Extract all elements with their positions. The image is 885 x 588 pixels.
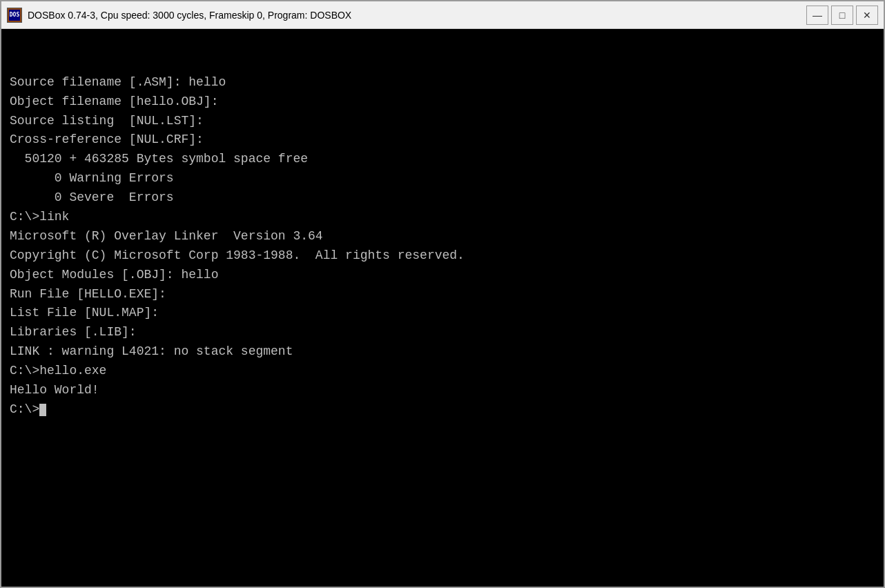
terminal-line: LINK : warning L4021: no stack segment: [10, 342, 875, 362]
terminal-line: Copyright (C) Microsoft Corp 1983-1988. …: [10, 246, 875, 266]
title-bar: DOS DOSBox 0.74-3, Cpu speed: 3000 cycle…: [1, 1, 884, 29]
terminal-content: Source filename [.ASM]: helloObject file…: [10, 35, 875, 420]
terminal-line: Run File [HELLO.EXE]:: [10, 285, 875, 304]
terminal-line: Cross-reference [NUL.CRF]:: [10, 130, 875, 150]
terminal-line: 0 Warning Errors: [10, 169, 875, 188]
terminal-line: Source filename [.ASM]: hello: [10, 73, 875, 92]
window-title: DOSBox 0.74-3, Cpu speed: 3000 cycles, F…: [28, 10, 801, 21]
terminal-line: 0 Severe Errors: [10, 188, 875, 208]
terminal-area[interactable]: Source filename [.ASM]: helloObject file…: [1, 29, 884, 587]
terminal-line: 50120 + 463285 Bytes symbol space free: [10, 150, 875, 169]
terminal-cursor: [39, 404, 46, 416]
close-button[interactable]: ✕: [856, 6, 878, 25]
terminal-line: Object filename [hello.OBJ]:: [10, 92, 875, 112]
dosbox-window: DOS DOSBox 0.74-3, Cpu speed: 3000 cycle…: [0, 0, 885, 588]
terminal-line: Hello World!: [10, 381, 875, 400]
minimize-button[interactable]: —: [806, 6, 828, 25]
window-controls: — □ ✕: [806, 6, 878, 25]
maximize-button[interactable]: □: [831, 6, 853, 25]
terminal-line: Libraries [.LIB]:: [10, 323, 875, 342]
dosbox-icon: DOS: [7, 8, 22, 23]
terminal-line: C:\>link: [10, 208, 875, 227]
terminal-line: C:\>: [10, 400, 875, 420]
terminal-line: C:\>hello.exe: [10, 362, 875, 381]
dosbox-logo-text: DOS: [10, 12, 19, 18]
terminal-line: Microsoft (R) Overlay Linker Version 3.6…: [10, 227, 875, 246]
terminal-line: List File [NUL.MAP]:: [10, 304, 875, 323]
terminal-line: Source listing [NUL.LST]:: [10, 112, 875, 131]
terminal-line: Object Modules [.OBJ]: hello: [10, 266, 875, 285]
